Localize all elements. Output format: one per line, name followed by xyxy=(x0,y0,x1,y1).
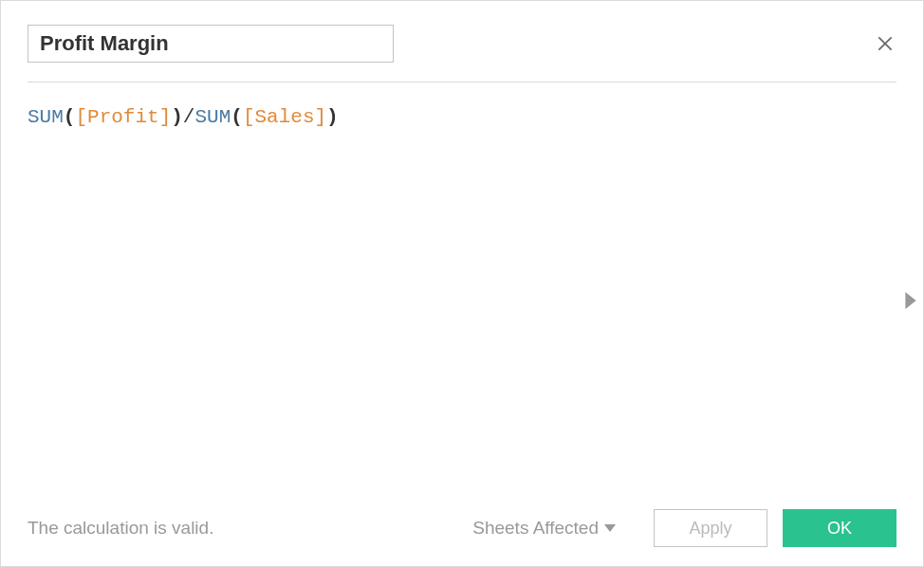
formula-token: SUM xyxy=(194,106,231,128)
formula-token: ( xyxy=(231,106,243,128)
formula-token: [Sales] xyxy=(243,106,326,128)
dialog-footer: The calculation is valid. Sheets Affecte… xyxy=(28,498,896,547)
formula-token: ( xyxy=(64,106,76,128)
close-icon[interactable] xyxy=(874,32,896,55)
formula-token: ) xyxy=(326,106,339,128)
sheets-affected-label: Sheets Affected xyxy=(472,518,599,539)
field-name-input[interactable] xyxy=(28,25,394,63)
formula-token: [Profit] xyxy=(75,106,171,128)
ok-button[interactable]: OK xyxy=(783,509,896,547)
expand-arrow-icon[interactable] xyxy=(904,292,917,309)
formula-token: ) xyxy=(171,106,183,128)
formula-token: / xyxy=(183,106,195,128)
calculated-field-dialog: SUM([Profit])/SUM([Sales]) The calculati… xyxy=(0,0,924,567)
formula-token: SUM xyxy=(28,106,64,128)
svg-marker-2 xyxy=(905,292,915,309)
formula-editor[interactable]: SUM([Profit])/SUM([Sales]) xyxy=(28,103,896,498)
sheets-affected-dropdown[interactable]: Sheets Affected xyxy=(472,518,616,539)
validation-status: The calculation is valid. xyxy=(28,518,213,539)
dialog-header xyxy=(28,25,896,63)
header-divider xyxy=(28,82,896,82)
apply-button[interactable]: Apply xyxy=(654,509,767,547)
chevron-down-icon xyxy=(604,524,616,532)
svg-marker-3 xyxy=(604,524,616,532)
